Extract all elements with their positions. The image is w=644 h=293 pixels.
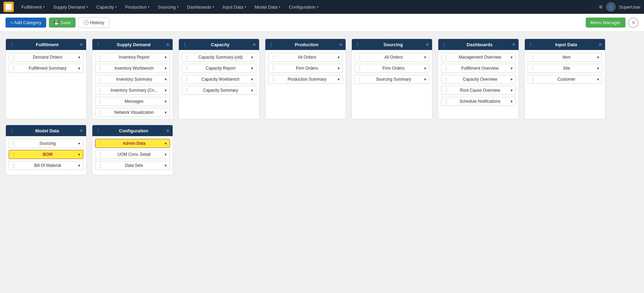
list-item[interactable]: ⋮ Firm Orders ▾ bbox=[355, 64, 429, 73]
nav-item-model-data[interactable]: Model Data ▾ bbox=[251, 0, 284, 14]
drag-handle-icon[interactable]: ⋮ bbox=[269, 42, 274, 47]
card-supply-demand: ⋮ Supply Demand ≡ ⋮ Inventory Report ▾ ⋮… bbox=[92, 39, 173, 119]
nav-item-configuration[interactable]: Configuration ▾ bbox=[285, 0, 322, 14]
card-header-model-data: ⋮ Model Data ≡ bbox=[6, 125, 86, 136]
list-item[interactable]: ⋮ Messages ▾ bbox=[95, 97, 170, 106]
card-body-model-data: ⋮ Sourcing ▾ ⋮ BOM ▾ ⋮ Bill Of Material … bbox=[6, 136, 86, 175]
chevron-down-icon: ▾ bbox=[86, 5, 88, 9]
list-item[interactable]: ⋮ Root Cause Overview ▾ bbox=[441, 86, 516, 95]
list-item[interactable]: ⋮ Capacity Summary (old) ▾ bbox=[182, 53, 256, 62]
drag-handle-icon[interactable]: ⋮ bbox=[442, 42, 447, 47]
card-title-input-data: Input Data bbox=[533, 42, 599, 47]
drag-handle-icon[interactable]: ⋮ bbox=[182, 42, 187, 47]
menu-icon[interactable]: ≡ bbox=[166, 42, 169, 47]
card-input-data: ⋮ Input Data ≡ ⋮ Item ▾ ⋮ Site ▾ ⋮ Custo… bbox=[524, 39, 605, 119]
menu-icon[interactable]: ≡ bbox=[253, 42, 256, 47]
card-title-dashboards: Dashboards bbox=[447, 42, 512, 47]
list-item[interactable]: ⋮ Demand Orders ▾ bbox=[9, 53, 83, 62]
nav-item-supply-demand[interactable]: Supply Demand ▾ bbox=[50, 0, 92, 14]
card-model-data: ⋮ Model Data ≡ ⋮ Sourcing ▾ ⋮ BOM ▾ ⋮ Bi… bbox=[6, 125, 86, 175]
cards-grid: ⋮ Fulfillment ≡ ⋮ Demand Orders ▾ ⋮ Fulf… bbox=[6, 39, 638, 175]
drag-handle-icon: ⋮ bbox=[271, 55, 276, 60]
menu-icon[interactable]: ≡ bbox=[339, 42, 342, 47]
list-item[interactable]: ⋮ Firm Orders ▾ bbox=[268, 64, 343, 73]
chevron-down-icon: ▾ bbox=[597, 55, 599, 60]
list-item[interactable]: ⋮ Capacity Overview ▾ bbox=[441, 75, 516, 84]
chevron-down-icon: ▾ bbox=[597, 66, 599, 71]
list-item[interactable]: ⋮ Inventory Report ▾ bbox=[95, 53, 170, 62]
drag-handle-icon[interactable]: ⋮ bbox=[528, 42, 533, 47]
chevron-down-icon: ▾ bbox=[511, 77, 513, 82]
list-item[interactable]: ⋮ Sourcing ▾ bbox=[9, 139, 83, 148]
drag-handle-icon[interactable]: ⋮ bbox=[9, 128, 14, 133]
drag-handle-icon: ⋮ bbox=[531, 66, 535, 71]
drag-handle-icon: ⋮ bbox=[98, 77, 103, 82]
drag-handle-icon: ⋮ bbox=[185, 55, 189, 60]
card-title-fulfillment: Fulfillment bbox=[14, 42, 80, 47]
add-category-button[interactable]: + Add Category bbox=[6, 18, 46, 28]
list-item-label: Inventory Summary (Cn... bbox=[105, 88, 163, 93]
list-item[interactable]: ⋮ Production Summary ▾ bbox=[268, 75, 343, 84]
card-header-supply-demand: ⋮ Supply Demand ≡ bbox=[92, 39, 173, 50]
list-item[interactable]: ⋮ Inventory Workbench ▾ bbox=[95, 64, 170, 73]
drag-handle-icon[interactable]: ⋮ bbox=[96, 42, 101, 47]
history-button[interactable]: 🕐 History bbox=[78, 17, 109, 28]
menu-icon[interactable]: ≡ bbox=[512, 42, 515, 47]
list-item-label: Management Overview bbox=[451, 55, 509, 60]
list-item[interactable]: ⋮ Inventory Summary ▾ bbox=[95, 75, 170, 84]
list-item[interactable]: ⋮ Admin Data ▾ bbox=[95, 139, 170, 148]
drag-handle-icon[interactable]: ⋮ bbox=[355, 42, 360, 47]
list-item[interactable]: ⋮ Management Overview ▾ bbox=[441, 53, 516, 62]
chevron-down-icon: ▾ bbox=[165, 163, 167, 168]
menu-icon[interactable]: ≡ bbox=[80, 128, 83, 133]
list-item[interactable]: ⋮ Sourcing Summary ▾ bbox=[355, 75, 429, 84]
list-item[interactable]: ⋮ Network Visualization ▾ bbox=[95, 108, 170, 117]
list-item[interactable]: ⋮ BOM ▾ bbox=[9, 150, 83, 159]
list-item[interactable]: ⋮ Bill Of Material ▾ bbox=[9, 161, 83, 170]
list-item-label: Firm Orders bbox=[364, 66, 423, 71]
drag-handle-icon: ⋮ bbox=[98, 99, 103, 104]
list-item[interactable]: ⋮ Schedule Notifications ▾ bbox=[441, 97, 516, 106]
list-item[interactable]: ⋮ Fulfillment Summary ▾ bbox=[9, 64, 83, 73]
list-item[interactable]: ⋮ All Orders ▾ bbox=[268, 53, 343, 62]
menu-icon[interactable]: ≡ bbox=[426, 42, 429, 47]
list-item[interactable]: ⋮ Site ▾ bbox=[528, 64, 602, 73]
menu-icon[interactable]: ≡ bbox=[599, 42, 602, 47]
nav-item-fulfillment[interactable]: Fulfillment ▾ bbox=[18, 0, 48, 14]
list-item[interactable]: ⋮ Data Sets ▾ bbox=[95, 161, 170, 170]
list-item[interactable]: ⋮ Customer ▾ bbox=[528, 75, 602, 84]
list-item[interactable]: ⋮ All Orders ▾ bbox=[355, 53, 429, 62]
nav-item-input-data[interactable]: Input Data ▾ bbox=[219, 0, 250, 14]
list-item[interactable]: ⋮ UOM Conv. Detail ▾ bbox=[95, 150, 170, 159]
list-item-label: Root Cause Overview bbox=[451, 88, 509, 93]
list-item[interactable]: ⋮ Capacity Workbench ▾ bbox=[182, 75, 256, 84]
list-item[interactable]: ⋮ Capacity Summary ▾ bbox=[182, 86, 256, 95]
chevron-down-icon: ▾ bbox=[165, 141, 167, 146]
chevron-down-icon: ▾ bbox=[338, 77, 340, 82]
drag-handle-icon[interactable]: ⋮ bbox=[9, 42, 14, 47]
drag-handle-icon: ⋮ bbox=[358, 55, 362, 60]
drag-handle-icon[interactable]: ⋮ bbox=[96, 128, 101, 133]
list-item[interactable]: ⋮ Item ▾ bbox=[528, 53, 602, 62]
nav-item-production[interactable]: Production ▾ bbox=[122, 0, 153, 14]
list-item[interactable]: ⋮ Fulfillment Overview ▾ bbox=[441, 64, 516, 73]
nav-item-dashboards[interactable]: Dashboards ▾ bbox=[184, 0, 218, 14]
menu-manager-button[interactable]: Menu Manager bbox=[586, 18, 625, 28]
list-item-label: Messages bbox=[105, 99, 163, 104]
drag-handle-icon: ⋮ bbox=[444, 99, 449, 104]
list-item[interactable]: ⋮ Capacity Report ▾ bbox=[182, 64, 256, 73]
menu-icon[interactable]: ≡ bbox=[80, 42, 83, 47]
nav-item-sourcing[interactable]: Sourcing ▾ bbox=[154, 0, 182, 14]
chevron-down-icon: ▾ bbox=[424, 55, 426, 60]
drag-handle-icon: ⋮ bbox=[12, 152, 16, 157]
chevron-down-icon: ▾ bbox=[78, 66, 80, 71]
close-button[interactable]: ✕ bbox=[628, 18, 638, 28]
list-item-label: UOM Conv. Detail bbox=[105, 152, 163, 157]
menu-icon[interactable]: ≡ bbox=[166, 128, 169, 133]
hamburger-icon[interactable]: ≡ bbox=[599, 3, 603, 11]
nav-item-capacity[interactable]: Capacity ▾ bbox=[93, 0, 121, 14]
save-button[interactable]: 💾 Save bbox=[49, 18, 75, 28]
list-item-label: Production Summary bbox=[278, 77, 336, 82]
list-item[interactable]: ⋮ Inventory Summary (Cn... ▾ bbox=[95, 86, 170, 95]
list-item-label: Inventory Workbench bbox=[105, 66, 163, 71]
